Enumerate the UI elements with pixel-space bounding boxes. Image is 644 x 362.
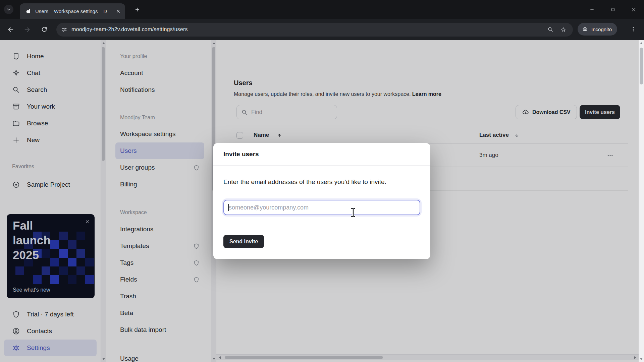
url-text: moodjoy-team-2h2v.dovetail.com/settings/…: [71, 26, 543, 33]
scrollbar-thumb[interactable]: [640, 48, 643, 84]
email-field-wrap: [223, 200, 420, 215]
modal-description: Enter the email addresses of the users y…: [223, 178, 386, 186]
window-maximize-button[interactable]: [602, 0, 623, 19]
modal-title: Invite users: [223, 150, 259, 158]
site-info-icon[interactable]: [61, 26, 67, 33]
zoom-icon[interactable]: [545, 24, 555, 35]
browser-toolbar: moodjoy-team-2h2v.dovetail.com/settings/…: [0, 19, 644, 40]
invite-users-modal: Invite users Enter the email addresses o…: [213, 143, 430, 259]
minimize-icon: [590, 7, 594, 12]
incognito-badge: Incognito: [578, 23, 617, 36]
window-minimize-button[interactable]: [582, 0, 602, 19]
email-input[interactable]: [223, 200, 420, 215]
tab-close-icon[interactable]: [114, 7, 122, 15]
dovetail-favicon-icon: [25, 8, 32, 14]
send-invite-button[interactable]: Send invite: [223, 235, 264, 248]
forward-button[interactable]: [21, 23, 33, 36]
tab-search-button[interactable]: [4, 5, 13, 14]
browser-chrome: Users – Workspace settings – D: [0, 0, 644, 40]
text-caret: [228, 204, 229, 211]
scroll-down-icon[interactable]: [639, 356, 644, 362]
new-tab-button[interactable]: [132, 4, 142, 14]
modal-header: Invite users: [213, 143, 430, 166]
plus-icon: [135, 7, 140, 12]
window-close-button[interactable]: [623, 0, 644, 19]
chevron-down-icon: [6, 7, 11, 12]
tab-title: Users – Workspace settings – D: [35, 8, 114, 14]
browser-menu-icon[interactable]: [627, 23, 639, 35]
reload-icon: [41, 26, 48, 33]
scroll-up-icon[interactable]: [639, 41, 644, 46]
maximize-icon: [611, 7, 615, 12]
window-controls: [582, 0, 644, 19]
bookmark-star-icon[interactable]: [558, 24, 568, 35]
back-button[interactable]: [4, 23, 16, 36]
incognito-icon: [582, 26, 588, 33]
screen: Users – Workspace settings – D: [0, 0, 644, 362]
incognito-label: Incognito: [591, 26, 612, 32]
app-viewport: Home Chat Search Your work Browse New: [0, 40, 639, 362]
browser-scrollbar[interactable]: [639, 40, 644, 362]
reload-button[interactable]: [38, 23, 50, 36]
forward-arrow-icon: [24, 26, 31, 33]
tab-strip: Users – Workspace settings – D: [0, 0, 644, 19]
browser-tab[interactable]: Users – Workspace settings – D: [20, 3, 125, 19]
close-icon: [631, 7, 636, 12]
back-arrow-icon: [7, 26, 14, 33]
address-bar[interactable]: moodjoy-team-2h2v.dovetail.com/settings/…: [56, 23, 573, 37]
